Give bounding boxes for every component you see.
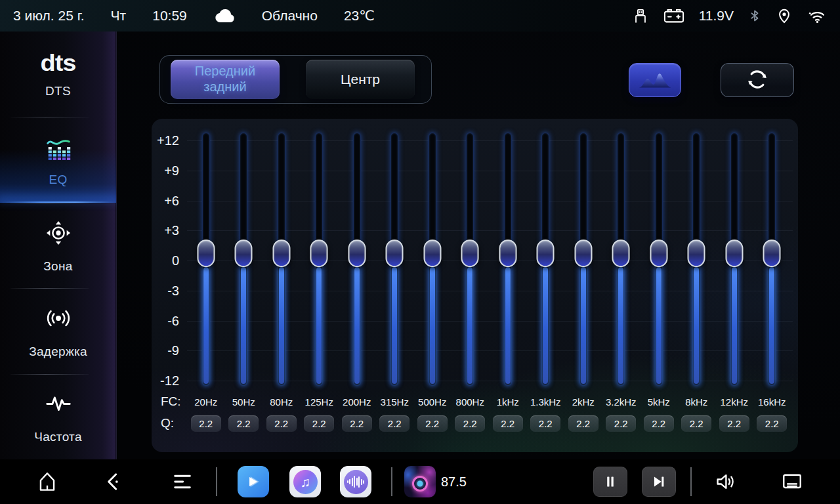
q-row: Q: 2.22.22.22.22.22.22.22.22.22.22.22.22… xyxy=(152,414,791,432)
eq-band-slider[interactable] xyxy=(579,133,587,386)
sidebar-item-frequency[interactable]: Частота xyxy=(0,374,116,459)
music-app-icon[interactable]: ♫ xyxy=(289,466,321,497)
eq-slider-fill xyxy=(430,267,435,384)
q-value-button[interactable]: 2.2 xyxy=(719,415,749,432)
eq-slider-thumb[interactable] xyxy=(763,240,781,267)
q-value-button[interactable]: 2.2 xyxy=(644,415,674,432)
wifi-icon xyxy=(807,7,827,24)
eq-slider-fill xyxy=(316,267,322,384)
eq-band-slider[interactable] xyxy=(278,133,285,386)
eq-slider-thumb[interactable] xyxy=(574,240,592,267)
eq-band-slider[interactable] xyxy=(504,133,512,386)
eq-band-frequency: 3.2kHz xyxy=(602,396,640,408)
q-value-button[interactable]: 2.2 xyxy=(379,415,410,432)
eq-slider-thumb[interactable] xyxy=(348,240,366,267)
eq-slider-fill xyxy=(581,267,586,384)
q-value-button[interactable]: 2.2 xyxy=(191,415,221,432)
eq-slider-fill xyxy=(392,267,397,384)
eq-band-slider[interactable] xyxy=(541,133,549,386)
eq-slider-thumb[interactable] xyxy=(423,240,441,267)
tab-front-rear[interactable]: Передний задний xyxy=(171,60,280,99)
eq-slider-thumb[interactable] xyxy=(612,240,630,267)
eq-slider-thumb[interactable] xyxy=(499,240,516,267)
eq-band xyxy=(489,133,527,386)
back-button[interactable] xyxy=(102,471,125,493)
eq-band-slider[interactable] xyxy=(315,133,323,386)
eq-band-slider[interactable] xyxy=(768,133,776,386)
menu-button[interactable] xyxy=(171,471,194,493)
q-value-button[interactable]: 2.2 xyxy=(530,415,560,432)
eq-band-slider[interactable] xyxy=(202,133,210,386)
eq-slider-thumb[interactable] xyxy=(235,240,253,267)
q-value-button[interactable]: 2.2 xyxy=(493,415,523,432)
q-value-button[interactable]: 2.2 xyxy=(568,415,598,432)
equalizer-icon xyxy=(43,133,74,164)
status-right: 11.9V xyxy=(632,7,827,24)
eq-reset-button[interactable] xyxy=(721,63,794,97)
eq-slider-thumb[interactable] xyxy=(386,240,404,267)
eq-band-q-cell: 2.2 xyxy=(262,415,301,432)
eq-band xyxy=(452,133,490,386)
status-bar: 3 июл. 25 г. Чт 10:59 Облачно 23℃ xyxy=(0,0,840,32)
q-value-button[interactable]: 2.2 xyxy=(342,415,372,432)
eq-band-slider[interactable] xyxy=(617,133,625,386)
eq-band-q-cell: 2.2 xyxy=(489,415,527,432)
eq-slider-thumb[interactable] xyxy=(272,240,290,267)
q-value-button[interactable]: 2.2 xyxy=(681,415,711,432)
eq-band-slider[interactable] xyxy=(730,133,738,386)
eq-band-slider[interactable] xyxy=(692,133,700,386)
q-value-button[interactable]: 2.2 xyxy=(417,415,448,432)
eq-band-q-cell: 2.2 xyxy=(640,415,678,432)
tab-center[interactable]: Центр xyxy=(306,60,415,99)
eq-band-q-cell: 2.2 xyxy=(413,415,452,432)
voice-app-icon[interactable] xyxy=(340,466,371,497)
q-value-button[interactable]: 2.2 xyxy=(228,415,259,432)
eq-band-frequency: 200Hz xyxy=(338,396,376,408)
eq-slider-thumb[interactable] xyxy=(461,240,479,267)
q-value-button[interactable]: 2.2 xyxy=(266,415,297,432)
eq-band xyxy=(678,133,716,386)
eq-band-slider[interactable] xyxy=(240,133,247,386)
pause-button[interactable] xyxy=(593,467,627,497)
eq-slider-thumb[interactable] xyxy=(688,240,705,267)
sidebar-item-eq[interactable]: EQ xyxy=(0,117,116,202)
q-value-button[interactable]: 2.2 xyxy=(304,415,334,432)
eq-band-slider[interactable] xyxy=(429,133,436,386)
speaker-tab-group: Передний задний Центр xyxy=(159,55,432,104)
eq-band-slider[interactable] xyxy=(390,133,398,386)
eq-band-frequency: 1.3kHz xyxy=(527,396,565,408)
eq-band-slider[interactable] xyxy=(466,133,474,386)
eq-band xyxy=(413,133,452,386)
eq-band-q-cell: 2.2 xyxy=(753,415,791,432)
eq-slider-fill xyxy=(354,267,360,384)
eq-slider-thumb[interactable] xyxy=(725,240,743,267)
q-value-button[interactable]: 2.2 xyxy=(455,415,485,432)
sidebar-item-delay[interactable]: Задержка xyxy=(0,288,116,373)
radio-frequency: 87.5 xyxy=(441,474,467,490)
eq-slider-thumb[interactable] xyxy=(310,240,328,267)
usb-icon xyxy=(632,7,649,24)
q-value-button[interactable]: 2.2 xyxy=(606,415,636,432)
eq-slider-fill xyxy=(203,267,209,384)
screen-off-button[interactable] xyxy=(780,471,804,493)
volume-button[interactable] xyxy=(715,471,737,492)
eq-band-slider[interactable] xyxy=(353,133,361,386)
radio-app-icon[interactable] xyxy=(404,466,436,497)
eq-slider-thumb[interactable] xyxy=(650,240,667,267)
eq-curve-button[interactable] xyxy=(629,63,681,97)
eq-slider-fill xyxy=(279,267,284,384)
next-track-button[interactable] xyxy=(642,467,676,497)
q-label: Q: xyxy=(161,416,188,430)
sidebar-item-dts[interactable]: dts DTS xyxy=(0,32,116,117)
sidebar-item-zone[interactable]: Зона xyxy=(0,203,116,288)
video-player-app-icon[interactable] xyxy=(238,466,269,497)
eq-slider-thumb[interactable] xyxy=(537,240,555,267)
sidebar-item-label: DTS xyxy=(45,84,71,98)
eq-slider-fill xyxy=(543,267,548,384)
home-button[interactable] xyxy=(36,471,58,493)
eq-slider-thumb[interactable] xyxy=(197,240,215,267)
eq-slider-fill xyxy=(467,267,472,384)
eq-band xyxy=(564,133,602,386)
q-value-button[interactable]: 2.2 xyxy=(757,415,787,432)
eq-band-slider[interactable] xyxy=(655,133,663,386)
